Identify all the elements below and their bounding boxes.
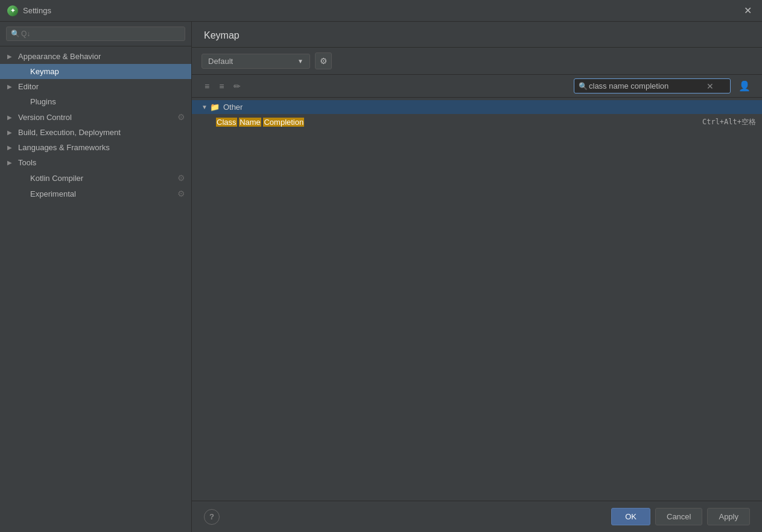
edit-shortcut-button[interactable]: ✏ <box>230 80 244 93</box>
panel-header: Keymap <box>192 22 762 48</box>
keymap-gear-button[interactable]: ⚙ <box>315 52 332 69</box>
cancel-button[interactable]: Cancel <box>655 508 702 525</box>
sidebar: 🔍 ▶ Appearance & Behavior Keymap ▶ <box>0 22 192 532</box>
right-panel: Keymap Default ▼ ⚙ ≡ ≡ ✏ 🔍 ✕ <box>192 22 762 532</box>
filter-search-wrapper: 🔍 ✕ <box>574 78 731 93</box>
person-filter-button[interactable]: 👤 <box>737 78 752 93</box>
sidebar-item-plugins[interactable]: Plugins <box>0 94 191 109</box>
sidebar-item-keymap[interactable]: Keymap <box>0 64 191 79</box>
sidebar-item-label: Languages & Frameworks <box>18 143 185 152</box>
sidebar-search-container: 🔍 <box>0 22 191 46</box>
sidebar-item-label: Keymap <box>30 67 185 76</box>
tree-group-label: Other <box>223 103 243 112</box>
tree-group-other[interactable]: ▼ 📁 Other <box>192 100 762 114</box>
sidebar-item-build[interactable]: ▶ Build, Execution, Deployment <box>0 125 191 140</box>
sidebar-search-input[interactable] <box>6 27 185 41</box>
sidebar-search-icon: 🔍 <box>11 30 20 38</box>
filter-outdent-button[interactable]: ≡ <box>216 80 227 93</box>
folder-icon: 📁 <box>210 103 220 112</box>
keymap-dropdown[interactable]: Default ▼ <box>202 54 310 69</box>
app-logo: ✦ <box>7 5 18 16</box>
sidebar-nav: ▶ Appearance & Behavior Keymap ▶ Editor … <box>0 46 191 532</box>
ok-button[interactable]: OK <box>611 508 650 525</box>
tree-item-shortcut: Ctrl+Alt+空格 <box>702 117 756 127</box>
chevron-right-icon: ▶ <box>7 83 16 90</box>
chevron-down-icon: ▼ <box>202 104 208 110</box>
page-title: Keymap <box>204 30 750 41</box>
sidebar-item-label: Build, Execution, Deployment <box>18 128 185 137</box>
sidebar-item-tools[interactable]: ▶ Tools <box>0 155 191 170</box>
window-title: Settings <box>23 6 740 15</box>
chevron-down-icon: ▼ <box>297 58 303 65</box>
sidebar-item-appearance[interactable]: ▶ Appearance & Behavior <box>0 49 191 64</box>
close-button[interactable]: ✕ <box>740 4 755 18</box>
highlight-completion: Completion <box>263 118 304 127</box>
main-content: 🔍 ▶ Appearance & Behavior Keymap ▶ <box>0 22 762 532</box>
apply-button[interactable]: Apply <box>707 508 750 525</box>
sidebar-item-label: Plugins <box>30 97 185 106</box>
sidebar-item-label: Experimental <box>30 189 177 198</box>
config-icon: ⚙ <box>177 189 185 198</box>
sidebar-item-languages[interactable]: ▶ Languages & Frameworks <box>0 140 191 155</box>
chevron-right-icon: ▶ <box>7 144 16 151</box>
sidebar-item-label: Tools <box>18 158 185 167</box>
settings-window: ✦ Settings ✕ 🔍 ▶ Appearance & Behavior <box>0 0 762 532</box>
chevron-right-icon: ▶ <box>7 159 16 166</box>
tree-item-class-name-completion[interactable]: Class Name Completion Ctrl+Alt+空格 <box>192 114 762 130</box>
sidebar-item-label: Appearance & Behavior <box>18 52 185 61</box>
tree-item-label: Class Name Completion <box>216 118 702 127</box>
keymap-tree: ▼ 📁 Other Class Name Completion Ctrl+Alt… <box>192 98 762 501</box>
highlight-class: Class <box>216 118 237 127</box>
sidebar-item-editor[interactable]: ▶ Editor <box>0 79 191 94</box>
highlight-name: Name <box>239 118 261 127</box>
chevron-right-icon: ▶ <box>7 129 16 136</box>
sidebar-item-label: Version Control <box>18 113 177 122</box>
bottom-bar: ? OK Cancel Apply <box>192 501 762 532</box>
keymap-toolbar: Default ▼ ⚙ <box>192 48 762 75</box>
sidebar-item-version-control[interactable]: ▶ Version Control ⚙ <box>0 109 191 125</box>
filter-toolbar: ≡ ≡ ✏ 🔍 ✕ 👤 <box>192 75 762 98</box>
sidebar-item-label: Editor <box>18 82 185 91</box>
config-icon: ⚙ <box>177 112 185 122</box>
sidebar-item-label: Kotlin Compiler <box>30 174 177 183</box>
sidebar-item-experimental[interactable]: Experimental ⚙ <box>0 186 191 201</box>
config-icon: ⚙ <box>177 173 185 183</box>
titlebar: ✦ Settings ✕ <box>0 0 762 22</box>
clear-search-icon[interactable]: ✕ <box>706 81 714 91</box>
chevron-down-icon: ▶ <box>7 53 16 60</box>
bottom-buttons: OK Cancel Apply <box>611 508 750 525</box>
sidebar-item-kotlin[interactable]: Kotlin Compiler ⚙ <box>0 170 191 186</box>
search-icon: 🔍 <box>579 82 588 90</box>
filter-indent-button[interactable]: ≡ <box>202 80 212 93</box>
chevron-right-icon: ▶ <box>7 114 16 121</box>
keymap-dropdown-value: Default <box>208 57 233 66</box>
help-button[interactable]: ? <box>204 509 220 525</box>
